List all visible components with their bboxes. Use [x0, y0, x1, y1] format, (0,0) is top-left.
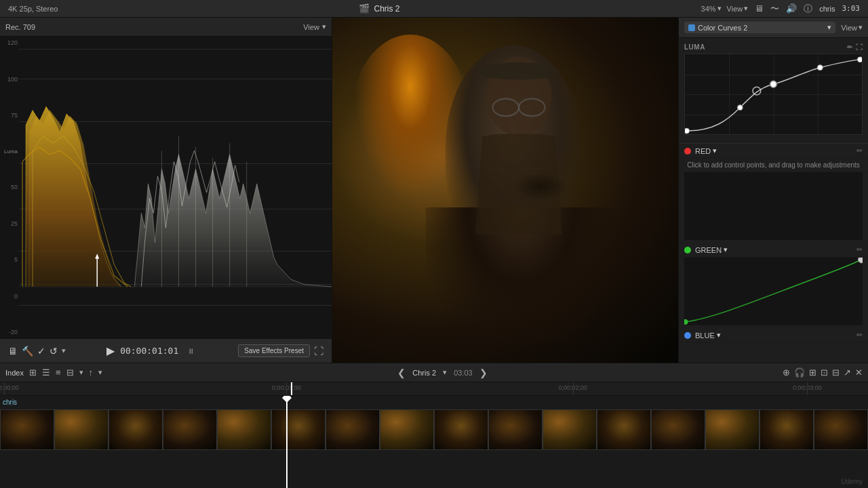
svg-point-19 [857, 57, 862, 62]
red-curve-area[interactable] [684, 172, 863, 240]
red-edit-icon[interactable]: ✏ [856, 146, 863, 155]
color-panel-view-btn[interactable]: View ▾ [841, 23, 863, 32]
view-dropdown-icon-top[interactable]: ▾ [744, 4, 748, 13]
view-btn-top[interactable]: View [727, 5, 743, 13]
video-track [0, 409, 868, 450]
playhead-diamond [282, 396, 292, 403]
monitor-toggle-btn[interactable]: 🖥 [8, 346, 18, 357]
track-label: chris [3, 399, 17, 406]
svg-point-15 [685, 128, 690, 134]
film-icon: 🎬 [359, 3, 370, 14]
scale-25: 25 [1, 220, 18, 227]
fullscreen-btn[interactable]: ⛶ [314, 346, 323, 357]
waveform-panel: Rec. 709 View ▾ 120 100 75 Luma 50 25 5 … [0, 18, 332, 363]
thumb-11 [542, 409, 597, 450]
waveform-canvas-area: 120 100 75 Luma 50 25 5 0 -20 [0, 37, 332, 338]
check-btn[interactable]: ✓ [37, 346, 45, 357]
main-area: Rec. 709 View ▾ 120 100 75 Luma 50 25 5 … [0, 18, 868, 363]
green-edit-icon[interactable]: ✏ [856, 245, 863, 254]
svg-point-18 [817, 65, 823, 70]
zoom-value: 34% [701, 5, 716, 13]
waveform-view-chevron: ▾ [322, 22, 326, 31]
green-curve-svg [684, 258, 863, 325]
blue-edit-icon[interactable]: ✏ [856, 331, 863, 340]
timeline-ruler: 0;00;00;00 0;00;01;00 0;00;02;00 0;00;03… [0, 382, 868, 396]
playback-controls-center: ▶ 00:00:01:01 ⏸ [106, 344, 197, 358]
thumb-12 [597, 409, 651, 450]
video-frame [332, 18, 678, 363]
tl-list2-btn[interactable]: ≡ [56, 367, 61, 378]
red-channel-row: RED ▾ ✏ [679, 144, 868, 159]
timecode-top: 3:03 [842, 4, 860, 13]
tl-headphones-btn[interactable]: 🎧 [794, 367, 805, 378]
project-name-top: Chris 2 [374, 4, 399, 14]
red-channel-btn[interactable]: RED ▾ [695, 146, 717, 155]
tl-export-btn[interactable]: ↗ [844, 367, 851, 378]
tl-cols-btn[interactable]: ⊟ [66, 367, 74, 378]
thumb-10 [488, 409, 542, 450]
tl-close-btn[interactable]: ✕ [855, 367, 863, 378]
svg-rect-11 [486, 64, 551, 78]
timeline-header-right: ⊕ 🎧 ⊞ ⊡ ⊟ ↗ ✕ [783, 367, 863, 378]
tl-next-btn[interactable]: ❯ [479, 367, 488, 378]
svg-point-20 [753, 87, 761, 95]
thumb-7 [326, 409, 380, 450]
video-display [332, 18, 678, 363]
svg-point-16 [737, 105, 743, 110]
tl-chevron[interactable]: ▾ [79, 368, 83, 377]
timeline-header: Index ⊞ ☰ ≡ ⊟ ▾ ↑ ▾ ❮ Chris 2 ▾ 03:03 ❯ … [0, 363, 868, 382]
zoom-display: 34% ▾ View ▾ [701, 4, 749, 13]
timeline-name-chevron[interactable]: ▾ [443, 368, 447, 377]
icon-waveform: 〜 [770, 3, 779, 15]
blue-chevron: ▾ [717, 331, 721, 340]
timeline-header-center: ❮ Chris 2 ▾ 03:03 ❯ [102, 367, 783, 378]
luma-expand-icon[interactable]: ⛶ [856, 43, 863, 51]
video-panel [332, 18, 678, 363]
tl-snap-btn[interactable]: ⊡ [821, 367, 828, 378]
facial-detail [513, 173, 568, 200]
tl-arrow-btn[interactable]: ↑ [89, 367, 94, 378]
red-dot [684, 148, 691, 155]
green-channel-row: GREEN ▾ ✏ [679, 243, 868, 258]
blue-channel-btn[interactable]: BLUE ▾ [695, 331, 721, 340]
timeline-header-left: Index ⊞ ☰ ≡ ⊟ ▾ ↑ ▾ [5, 367, 102, 378]
dropdown-chevron: ▾ [827, 23, 831, 32]
tl-prev-btn[interactable]: ❮ [397, 367, 406, 378]
scale-luma: Luma [1, 148, 18, 155]
green-channel-btn[interactable]: GREEN ▾ [695, 245, 728, 254]
tl-tools-btn[interactable]: ⊟ [832, 367, 840, 378]
resolution-label: 4K 25p, Stereo [8, 5, 58, 13]
pause-indicator[interactable]: ⏸ [184, 344, 197, 358]
scale-50: 50 [1, 184, 18, 190]
tool-btn1[interactable]: 🔨 [22, 346, 33, 357]
timeline-duration: 03:03 [454, 369, 473, 377]
tl-magnetic-btn[interactable]: ⊕ [783, 367, 790, 378]
waveform-view-btn[interactable]: View ▾ [303, 22, 326, 31]
thumb-15 [760, 409, 814, 450]
play-btn[interactable]: ▶ [106, 344, 115, 357]
luma-pencil-icon[interactable]: ✏ [847, 43, 853, 51]
thumb-8 [380, 409, 434, 450]
luma-section-label: LUMA ✏ ⛶ [684, 43, 863, 51]
tl-clip-btn[interactable]: ⊞ [809, 367, 816, 378]
luma-curve-svg [685, 54, 862, 134]
thumb-1 [0, 409, 54, 450]
scale-labels: 120 100 75 Luma 50 25 5 0 -20 [0, 37, 19, 338]
color-curves-dropdown[interactable]: Color Curves 2 ▾ [684, 22, 835, 33]
scale-0: 0 [1, 293, 18, 300]
save-effects-preset-btn[interactable]: Save Effects Preset [238, 344, 310, 357]
transform-btn[interactable]: ↺ [50, 346, 58, 357]
red-chevron: ▾ [713, 146, 717, 155]
index-label[interactable]: Index [5, 369, 24, 377]
luma-curve-area[interactable] [684, 54, 863, 135]
tl-list-btn[interactable]: ☰ [42, 367, 50, 378]
timecode-playback: 00:00:01:01 [120, 346, 178, 356]
tl-grid-btn[interactable]: ⊞ [29, 367, 37, 378]
timeline-tracks[interactable]: chris Udemy [0, 396, 868, 488]
zoom-dropdown-icon[interactable]: ▾ [717, 4, 722, 13]
thumb-5 [217, 409, 271, 450]
chevron-pb[interactable]: ▾ [62, 346, 66, 355]
playback-bar: 🖥 🔨 ✓ ↺ ▾ ▶ 00:00:01:01 ⏸ Save Effects P… [0, 338, 332, 363]
green-curve-area[interactable] [684, 258, 863, 325]
scale-75: 75 [1, 112, 18, 119]
